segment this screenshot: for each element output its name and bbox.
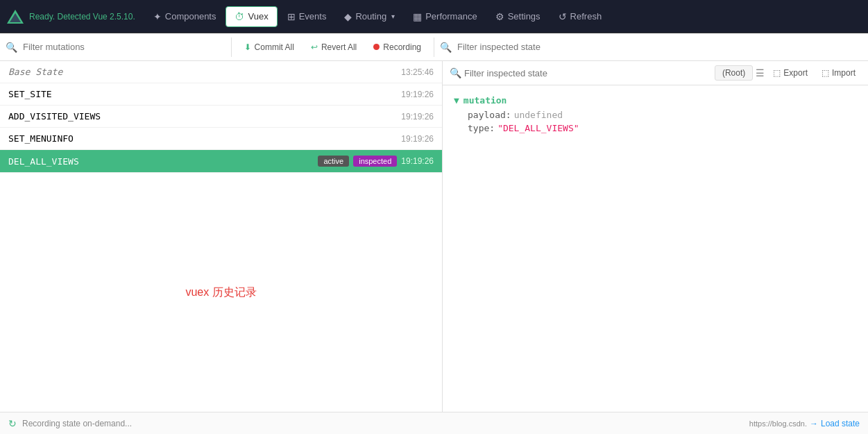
revert-all-button[interactable]: ↩ Revert All bbox=[304, 40, 364, 55]
settings-icon: ⚙ bbox=[495, 11, 504, 22]
toolbar: 🔍 ⬇ Commit All ↩ Revert All Recording 🔍 bbox=[0, 33, 868, 61]
empty-message: vuex 历史记录 bbox=[0, 285, 442, 300]
search-icon: 🔍 bbox=[6, 42, 17, 53]
filter-inspected-input[interactable] bbox=[454, 39, 862, 55]
mutation-row-base-state[interactable]: Base State 13:25:46 bbox=[0, 61, 442, 83]
filter-mutations-input[interactable] bbox=[20, 39, 225, 55]
components-icon: ✦ bbox=[153, 11, 162, 22]
mutation-tree: ▼ mutation payload: undefined type: "DEL… bbox=[454, 94, 857, 135]
mutation-time: 19:19:26 bbox=[401, 112, 434, 122]
app-status: Ready. Detected Vue 2.5.10. bbox=[29, 12, 135, 22]
nav-label-components: Components bbox=[165, 11, 216, 22]
type-value: "DEL_ALL_VIEWS" bbox=[497, 123, 579, 133]
export-icon: ⬚ bbox=[773, 68, 781, 78]
main-layout: Base State 13:25:46 SET_SITE 19:19:26 AD… bbox=[0, 61, 868, 412]
url-text: https://blog.csdn. bbox=[749, 419, 807, 428]
mutation-name: ADD_VISITED_VIEWS bbox=[8, 111, 401, 122]
import-icon: ⬚ bbox=[822, 68, 829, 78]
nav-item-settings[interactable]: ⚙ Settings bbox=[487, 7, 549, 26]
nav-label-refresh: Refresh bbox=[570, 11, 602, 22]
mutation-root-label: mutation bbox=[463, 95, 507, 106]
commit-all-label: Commit All bbox=[255, 42, 294, 52]
inspector-content: ▼ mutation payload: undefined type: "DEL… bbox=[443, 85, 868, 412]
payload-line: payload: undefined bbox=[468, 108, 857, 122]
mutation-time: 13:25:46 bbox=[401, 67, 434, 77]
mutation-row-set-menuinfo[interactable]: SET_MENUINFO 19:19:26 bbox=[0, 128, 442, 150]
export-label: Export bbox=[783, 68, 808, 78]
nav-label-performance: Performance bbox=[425, 11, 477, 22]
nav-label-events: Events bbox=[299, 11, 327, 22]
status-refresh-icon: ↻ bbox=[8, 418, 17, 429]
mutation-time: 19:19:26 bbox=[401, 156, 434, 166]
import-button[interactable]: ⬚ Import bbox=[816, 65, 861, 81]
filter-options-icon[interactable]: ☰ bbox=[756, 67, 765, 78]
nav-item-vuex[interactable]: ⏱ Vuex bbox=[225, 6, 277, 27]
inspector-toolbar: 🔍 (Root) ☰ ⬚ Export ⬚ Import bbox=[443, 61, 868, 85]
vue-logo-icon bbox=[6, 7, 25, 26]
root-badge: (Root) bbox=[715, 65, 753, 81]
inspected-badge: inspected bbox=[353, 156, 397, 167]
toolbar-left: 🔍 ⬇ Commit All ↩ Revert All Recording bbox=[6, 37, 428, 57]
nav-item-routing[interactable]: ◆ Routing ▾ bbox=[336, 7, 403, 26]
mutations-panel: Base State 13:25:46 SET_SITE 19:19:26 AD… bbox=[0, 61, 443, 412]
mutation-row-add-visited-views[interactable]: ADD_VISITED_VIEWS 19:19:26 bbox=[0, 106, 442, 128]
mutation-time: 19:19:26 bbox=[401, 134, 434, 144]
status-message: Recording state on-demand... bbox=[22, 419, 132, 428]
status-right: https://blog.csdn. → Load state bbox=[749, 419, 860, 428]
status-bar: ↻ Recording state on-demand... https://b… bbox=[0, 412, 868, 434]
toolbar-right: 🔍 bbox=[440, 39, 862, 55]
mutation-name: SET_SITE bbox=[8, 89, 401, 99]
export-button[interactable]: ⬚ Export bbox=[767, 65, 813, 81]
nav-label-settings: Settings bbox=[508, 11, 541, 22]
type-key: type: bbox=[468, 123, 495, 133]
mutation-name: Base State bbox=[8, 67, 401, 77]
arrow-icon: → bbox=[810, 419, 818, 428]
vuex-icon: ⏱ bbox=[235, 11, 244, 22]
nav-item-components[interactable]: ✦ Components bbox=[145, 7, 225, 26]
top-nav: Ready. Detected Vue 2.5.10. ✦ Components… bbox=[0, 0, 868, 33]
mutation-name: SET_MENUINFO bbox=[8, 133, 401, 144]
expand-icon[interactable]: ▼ bbox=[454, 95, 459, 106]
revert-icon: ↩ bbox=[311, 42, 318, 52]
logo-area: Ready. Detected Vue 2.5.10. bbox=[6, 7, 135, 26]
performance-icon: ▦ bbox=[413, 11, 422, 22]
filter-search-icon: 🔍 bbox=[440, 42, 452, 53]
recording-button[interactable]: Recording bbox=[366, 40, 428, 55]
events-icon: ⊞ bbox=[287, 11, 296, 22]
routing-icon: ◆ bbox=[344, 11, 352, 22]
inspector-panel: 🔍 (Root) ☰ ⬚ Export ⬚ Import ▼ mutation bbox=[443, 61, 868, 412]
recording-label: Recording bbox=[383, 42, 421, 52]
mutation-row-del-all-views[interactable]: DEL_ALL_VIEWS active inspected 19:19:26 bbox=[0, 150, 442, 173]
recording-dot-icon bbox=[373, 44, 380, 50]
mutation-root-line: ▼ mutation bbox=[454, 94, 857, 107]
inspector-search-icon: 🔍 bbox=[450, 67, 461, 78]
commit-all-button[interactable]: ⬇ Commit All bbox=[237, 40, 301, 55]
toolbar-divider-2 bbox=[434, 37, 434, 57]
filter-inspected-state-input[interactable] bbox=[464, 68, 709, 78]
mutation-children: payload: undefined type: "DEL_ALL_VIEWS" bbox=[454, 108, 857, 135]
mutation-time: 19:19:26 bbox=[401, 90, 434, 99]
toolbar-divider-1 bbox=[231, 37, 232, 57]
refresh-icon: ↺ bbox=[559, 11, 567, 22]
commit-icon: ⬇ bbox=[244, 42, 251, 52]
mutation-row-set-site[interactable]: SET_SITE 19:19:26 bbox=[0, 83, 442, 106]
empty-area: vuex 历史记录 bbox=[0, 173, 442, 412]
routing-dropdown-icon: ▾ bbox=[391, 12, 395, 20]
active-badge: active bbox=[318, 156, 349, 167]
payload-key: payload: bbox=[468, 110, 511, 120]
nav-item-performance[interactable]: ▦ Performance bbox=[405, 7, 485, 26]
payload-value: undefined bbox=[514, 110, 563, 120]
load-state-link[interactable]: Load state bbox=[821, 419, 860, 428]
type-line: type: "DEL_ALL_VIEWS" bbox=[468, 122, 857, 135]
nav-label-routing: Routing bbox=[355, 11, 386, 22]
nav-label-vuex: Vuex bbox=[248, 11, 268, 22]
import-label: Import bbox=[832, 68, 856, 78]
revert-all-label: Revert All bbox=[321, 42, 357, 52]
mutation-name: DEL_ALL_VIEWS bbox=[8, 156, 318, 167]
nav-item-refresh[interactable]: ↺ Refresh bbox=[550, 7, 611, 26]
nav-item-events[interactable]: ⊞ Events bbox=[279, 7, 335, 26]
